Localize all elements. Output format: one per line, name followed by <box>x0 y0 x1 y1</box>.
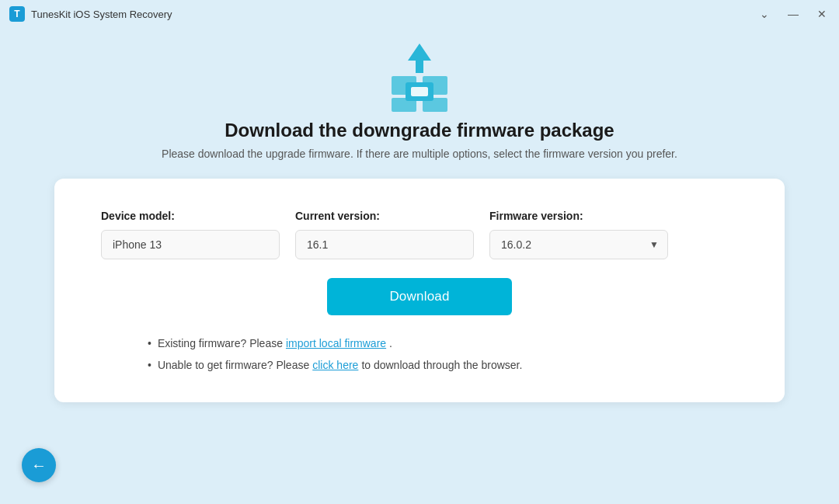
app-icon: T <box>9 6 25 22</box>
svg-rect-6 <box>411 87 428 96</box>
download-button-wrapper: Download <box>101 278 738 315</box>
back-arrow-icon: ← <box>31 457 47 474</box>
window-controls: ⌄ — ✕ <box>757 7 830 21</box>
download-button[interactable]: Download <box>327 278 511 315</box>
unable-text: Unable to get firmware? Please <box>158 359 309 371</box>
firmware-version-group: Firmware version: 16.0.2 16.0.1 16.0 ▼ <box>489 210 668 259</box>
click-here-suffix: to download through the browser. <box>361 359 522 371</box>
close-button[interactable]: ✕ <box>814 7 830 21</box>
collapse-button[interactable]: ⌄ <box>757 7 772 21</box>
unable-firmware-row: • Unable to get firmware? Please click h… <box>148 359 522 371</box>
import-local-firmware-link[interactable]: import local firmware <box>286 337 386 349</box>
current-version-group: Current version: <box>295 210 474 259</box>
svg-marker-0 <box>408 43 431 73</box>
app-title: TunesKit iOS System Recovery <box>31 9 172 20</box>
device-model-input[interactable] <box>101 230 280 259</box>
back-button[interactable]: ← <box>22 448 56 482</box>
existing-firmware-text: Existing firmware? Please <box>158 337 283 349</box>
links-section: • Existing firmware? Please import local… <box>101 337 738 371</box>
click-here-link[interactable]: click here <box>312 359 358 371</box>
firmware-select-wrapper: 16.0.2 16.0.1 16.0 ▼ <box>489 230 668 259</box>
import-link-suffix: . <box>389 337 392 349</box>
page-subtitle: Please download the upgrade firmware. If… <box>162 148 677 160</box>
current-version-input[interactable] <box>295 230 474 259</box>
main-card: Device model: Current version: Firmware … <box>54 179 785 402</box>
device-model-group: Device model: <box>101 210 280 259</box>
import-firmware-row: • Existing firmware? Please import local… <box>148 337 392 349</box>
titlebar: T TunesKit iOS System Recovery ⌄ — ✕ <box>0 0 839 28</box>
firmware-version-label: Firmware version: <box>489 210 668 222</box>
fields-row: Device model: Current version: Firmware … <box>101 210 738 259</box>
current-version-label: Current version: <box>295 210 474 222</box>
titlebar-left: T TunesKit iOS System Recovery <box>9 6 172 22</box>
firmware-version-select[interactable]: 16.0.2 16.0.1 16.0 <box>489 230 668 259</box>
minimize-button[interactable]: — <box>785 7 802 21</box>
firmware-icon <box>388 43 451 113</box>
firmware-icon-container <box>388 43 451 113</box>
bullet-1: • <box>148 337 151 349</box>
main-content: Download the downgrade firmware package … <box>0 28 839 402</box>
bullet-2: • <box>148 359 151 371</box>
page-title: Download the downgrade firmware package <box>225 120 614 141</box>
device-model-label: Device model: <box>101 210 280 222</box>
